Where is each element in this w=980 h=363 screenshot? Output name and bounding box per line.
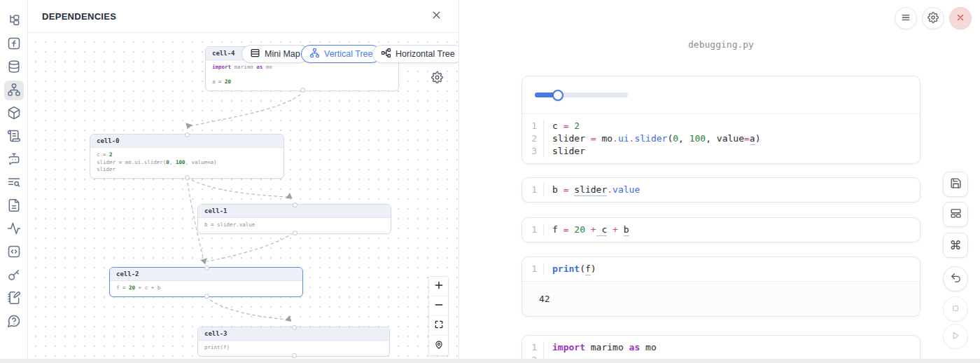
graph-zoom-controls — [428, 276, 449, 356]
gear-icon — [927, 12, 939, 25]
package-box-icon — [7, 106, 21, 122]
code-line: b = slider.value — [552, 184, 640, 196]
line-number: 1 — [522, 184, 537, 196]
sidebar-item-chat[interactable] — [4, 150, 24, 170]
notebook-shutdown-button[interactable] — [949, 7, 972, 29]
slider-widget[interactable] — [535, 90, 628, 101]
sidebar-item-packages[interactable] — [4, 104, 24, 123]
line-number: 1 — [522, 263, 537, 275]
code-line: f = 20 + c + b — [552, 224, 629, 236]
layout-button[interactable] — [943, 202, 968, 227]
notebook-pane: debugging.py 1 2 3 c = 2 — [460, 0, 980, 363]
node-code-line: a = 20 — [212, 78, 392, 86]
undo-button[interactable] — [943, 266, 968, 292]
cell-code-editor[interactable]: 1 b = slider.value — [522, 178, 920, 202]
zoom-out-button[interactable] — [429, 296, 448, 316]
node-code-line: f = 20 + c + b — [116, 285, 296, 292]
run-button[interactable] — [943, 324, 968, 349]
gear-icon — [431, 71, 443, 85]
save-icon — [950, 177, 962, 191]
cell-code-editor[interactable]: 1 print(f) — [522, 257, 920, 281]
horizontal-tree-icon — [381, 48, 391, 60]
dependency-graph-icon — [7, 83, 21, 99]
notebook-cell-slider: 1 2 3 c = 2 slider = mo.ui.slider(0, 100… — [522, 76, 920, 164]
node-code-line: import marimo as mo — [212, 64, 392, 71]
dependencies-panel: DEPENDENCIES — [28, 0, 459, 363]
graph-node-title: cell-2 — [110, 268, 302, 281]
notebook-cell-f: 1 f = 20 + c + b — [522, 217, 920, 242]
graph-node-cell-3[interactable]: cell-3 print(f) — [197, 327, 390, 357]
slider-thumb[interactable] — [552, 90, 564, 101]
key-icon — [7, 268, 21, 284]
panel-close-button[interactable] — [428, 7, 444, 25]
sidebar-item-datasets[interactable] — [4, 57, 24, 77]
graph-node-title: cell-0 — [90, 135, 284, 148]
notebook-settings-button[interactable] — [922, 7, 944, 29]
help-question-icon — [7, 314, 21, 330]
horizontal-tree-label: Horizontal Tree — [396, 49, 455, 59]
sidebar-item-variables[interactable] — [4, 34, 24, 54]
text-search-icon — [7, 175, 21, 191]
bottom-scroll-strip[interactable] — [0, 359, 980, 363]
line-number: 1 — [522, 341, 537, 354]
sidebar-item-help[interactable] — [4, 312, 24, 331]
sidebar-item-logs[interactable] — [4, 196, 24, 216]
sidebar-item-scratchpad[interactable] — [4, 289, 24, 308]
fit-view-button[interactable] — [429, 316, 448, 336]
sidebar-item-outline[interactable] — [4, 173, 24, 193]
vertical-tree-icon — [309, 48, 320, 60]
zoom-in-button[interactable] — [429, 277, 448, 296]
pin-location-button[interactable] — [429, 336, 448, 355]
code-square-icon — [7, 245, 21, 261]
stop-button[interactable] — [943, 296, 968, 322]
vertical-tree-button[interactable]: Vertical Tree — [301, 45, 381, 63]
dependency-graph-canvas[interactable]: cell-4 import marimo as mo a = 20 cell-0… — [28, 33, 458, 363]
helper-panel-rail — [0, 0, 28, 363]
mini-map-label: Mini Map — [265, 49, 300, 59]
sidebar-item-documentation[interactable] — [4, 127, 24, 146]
activity-pulse-icon — [7, 221, 21, 238]
code-line: c = 2 — [552, 120, 760, 132]
function-square-icon — [7, 36, 21, 53]
sidebar-item-snippets[interactable] — [4, 242, 24, 262]
close-x-icon — [955, 13, 965, 25]
mini-map-button[interactable]: Mini Map — [241, 45, 309, 63]
file-tree-icon — [7, 13, 21, 29]
database-icon — [7, 60, 21, 76]
code-line: slider = mo.ui.slider(0, 100, value=a) — [552, 132, 760, 145]
graph-node-cell-0[interactable]: cell-0 c = 2 slider = mo.ui.slider(0, 10… — [90, 134, 284, 179]
panel-title: DEPENDENCIES — [42, 11, 116, 22]
graph-node-cell-2[interactable]: cell-2 f = 20 + c + b — [109, 267, 303, 297]
line-number: 2 — [522, 132, 537, 145]
sidebar-item-secrets[interactable] — [4, 266, 24, 285]
play-icon — [950, 330, 961, 343]
graph-node-cell-1[interactable]: cell-1 b = slider.value — [197, 204, 391, 234]
marimo-app: DEPENDENCIES — [0, 0, 980, 363]
horizontal-tree-button[interactable]: Horizontal Tree — [372, 45, 458, 63]
sidebar-item-file-tree[interactable] — [4, 11, 24, 31]
sidebar-item-tracing[interactable] — [4, 219, 24, 239]
graph-node-title: cell-1 — [198, 205, 391, 218]
save-button[interactable] — [943, 172, 968, 197]
sidebar-item-dependencies[interactable] — [4, 81, 24, 100]
dependencies-panel-header: DEPENDENCIES — [28, 0, 458, 33]
node-code-line: slider = mo.ui.slider(0, 100, value=a) — [97, 159, 277, 167]
cell-output-text: 42 — [522, 281, 920, 316]
notebook-cell-print: 1 print(f) 42 — [522, 256, 920, 317]
line-number: 1 — [522, 120, 537, 132]
map-pin-icon — [434, 340, 444, 352]
cell-code-editor[interactable]: 1 f = 20 + c + b — [522, 218, 920, 242]
notebook-menu-button[interactable] — [895, 7, 917, 29]
bot-chat-icon — [7, 152, 21, 168]
notebook-pen-icon — [7, 291, 21, 307]
file-document-icon — [7, 198, 21, 214]
layout-panels-icon — [950, 207, 962, 221]
command-icon: ⌘ — [950, 238, 962, 252]
notebook-filename: debugging.py — [522, 39, 920, 50]
graph-settings-button[interactable] — [431, 71, 443, 85]
keyboard-shortcuts-button[interactable]: ⌘ — [943, 233, 968, 258]
cell-code-editor[interactable]: 1 2 3 c = 2 slider = mo.ui.slider(0, 100… — [522, 114, 920, 163]
fit-view-icon — [434, 320, 444, 331]
line-number: 3 — [522, 145, 537, 158]
code-line: import marimo as mo — [552, 341, 657, 354]
